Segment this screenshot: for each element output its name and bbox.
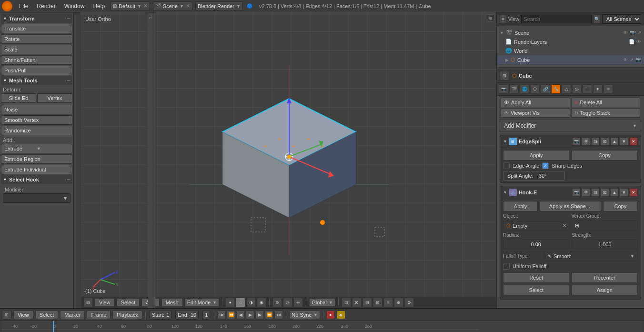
proportional-icon[interactable]: ◎ <box>283 298 292 307</box>
blender-logo[interactable] <box>2 1 12 11</box>
outliner-world[interactable]: 🌐 World <box>497 46 644 55</box>
toggle-stack-btn[interactable]: ↻ Toggle Stack <box>571 108 641 118</box>
translate-btn[interactable]: Translate <box>1 24 72 33</box>
transform-header[interactable]: ▼ Transform ··· <box>1 14 72 23</box>
current-frame[interactable]: 1 <box>202 310 210 320</box>
viewport-view-btn[interactable]: View <box>95 298 115 307</box>
recenter-btn[interactable]: Recenter <box>572 272 638 283</box>
hook-close-btn[interactable]: ✕ <box>629 188 638 197</box>
noise-btn[interactable]: Noise <box>1 105 72 114</box>
add-modifier-btn[interactable]: Add Modifier ▼ <box>500 120 641 132</box>
texture-props-icon[interactable]: ⬛ <box>583 84 592 94</box>
modifier-select[interactable]: ▼ <box>3 193 70 203</box>
tool1-icon[interactable]: ⊡ <box>342 298 351 307</box>
next-frame-btn[interactable]: ⏩ <box>265 311 273 319</box>
renderer-selector[interactable]: Blender Render ▼ <box>195 1 243 11</box>
keying-btn[interactable]: ◆ <box>337 311 345 319</box>
end-frame[interactable]: End: 10 <box>175 310 199 320</box>
sync-selector[interactable]: No Sync ▼ <box>289 311 320 319</box>
tool3-icon[interactable]: ⊞ <box>362 298 372 307</box>
viewport-vis-btn[interactable]: 👁 Viewport Vis <box>501 108 570 118</box>
data-props-icon[interactable]: △ <box>562 84 571 94</box>
vgroup-field[interactable]: ⊞ <box>572 221 638 231</box>
tool4-icon[interactable]: ⊟ <box>373 298 382 307</box>
apply-all-btn[interactable]: 👁 Apply All <box>501 98 570 107</box>
menu-window[interactable]: Window <box>60 2 89 10</box>
jump-end-btn[interactable]: ⏭ <box>274 311 283 319</box>
hook-copy-btn[interactable]: Copy <box>603 201 638 211</box>
viewport[interactable]: User Ortho <box>81 12 496 308</box>
constraints-props-icon[interactable]: 🔗 <box>541 84 550 94</box>
record-btn[interactable]: ● <box>326 311 335 319</box>
hook-up-btn[interactable]: ▲ <box>610 188 619 197</box>
pushpull-btn[interactable]: Push/Pull <box>1 66 72 75</box>
edgesplit-icon-btn1[interactable]: 📷 <box>572 137 581 146</box>
mirror-icon[interactable]: ⇔ <box>293 298 303 307</box>
view-btn[interactable]: View <box>13 311 33 319</box>
edgesplit-arrow[interactable]: ▼ <box>503 139 507 144</box>
tool5-icon[interactable]: ≡ <box>383 298 393 307</box>
modifier-props-icon[interactable]: 🔧 <box>551 84 561 94</box>
tool2-icon[interactable]: ⊠ <box>352 298 362 307</box>
viewport-mesh-btn[interactable]: Mesh <box>161 298 183 307</box>
hook-down-btn[interactable]: ▼ <box>620 188 628 197</box>
menu-help[interactable]: Help <box>89 2 109 10</box>
smooth-vertex-btn[interactable]: Smooth Vertex <box>1 115 72 125</box>
physics-props-icon[interactable]: ⚛ <box>604 84 613 94</box>
mesh-tools-header[interactable]: ▼ Mesh Tools ··· <box>1 76 72 85</box>
strength-field[interactable]: 1.000 <box>572 240 638 249</box>
world-props-icon[interactable]: 🌐 <box>520 84 529 94</box>
vertex-btn[interactable]: Vertex <box>37 93 72 103</box>
hook-apply-as-btn[interactable]: Apply as Shape ... <box>540 201 601 211</box>
viewport-header-icon[interactable]: ⊞ <box>83 298 93 307</box>
hook-icon-btn1[interactable]: 📷 <box>572 188 581 197</box>
assign-btn[interactable]: Assign <box>572 285 638 295</box>
falloff-select[interactable]: ∿ Smooth ▼ <box>544 251 638 261</box>
mode-selector[interactable]: Edit Mode ▼ <box>185 298 219 307</box>
tool6-icon[interactable]: ⊕ <box>394 298 403 307</box>
hook-apply-btn[interactable]: Apply <box>503 201 538 211</box>
menu-file[interactable]: File <box>15 2 32 10</box>
timeline-ruler[interactable]: -40 -20 0 20 40 60 80 100 120 140 160 18… <box>2 321 642 332</box>
layout-selector[interactable]: ⊞ Default ▼ ✕ <box>111 1 150 11</box>
extrude-dropdown[interactable]: Extrude ▼ <box>1 144 72 153</box>
reset-btn[interactable]: Reset <box>503 272 570 283</box>
edgesplit-icon-btn2[interactable]: 👁 <box>582 137 590 146</box>
jump-start-btn[interactable]: ⏮ <box>217 311 226 319</box>
select-hook-header[interactable]: ▼ Select Hook ··· <box>1 175 72 184</box>
render-props-icon[interactable]: 📷 <box>499 84 508 94</box>
props-header-icon[interactable]: ⊞ <box>500 71 509 80</box>
scale-btn[interactable]: Scale <box>1 45 72 54</box>
tab-tools[interactable]: T <box>148 12 155 23</box>
outliner-renderlayers[interactable]: 📄 RenderLayers 📄 👁 <box>497 37 644 46</box>
object-clear-btn[interactable]: ✕ <box>563 223 566 228</box>
wireframe-shade-icon[interactable]: ○ <box>236 298 245 307</box>
hook-icon-btn3[interactable]: ⊡ <box>591 188 600 197</box>
scene-selector[interactable]: 🎬 Scene ▼ ✕ <box>153 1 192 11</box>
extrude-region-btn[interactable]: Extrude Region <box>1 154 72 164</box>
edge-angle-checkbox[interactable] <box>503 162 510 169</box>
edgesplit-apply-btn[interactable]: Apply <box>503 150 570 161</box>
edgesplit-up-btn[interactable]: ▲ <box>610 137 619 146</box>
material-props-icon[interactable]: ◎ <box>572 84 582 94</box>
scene-props-icon[interactable]: 🎬 <box>509 84 519 94</box>
solid-shade-icon[interactable]: ● <box>225 298 235 307</box>
outliner-icon[interactable]: ≡ <box>500 14 506 24</box>
search-input[interactable] <box>521 15 592 23</box>
menu-render[interactable]: Render <box>33 2 59 10</box>
tool7-icon[interactable]: ⊗ <box>404 298 414 307</box>
radius-field[interactable]: 0.00 <box>503 240 569 249</box>
edgesplit-icon-btn3[interactable]: ⊡ <box>591 137 600 146</box>
prev-frame-btn[interactable]: ⏪ <box>227 311 235 319</box>
render-shade-icon[interactable]: ◉ <box>257 298 266 307</box>
viewport-toggle[interactable]: ⊞ <box>487 14 494 22</box>
edgesplit-close-btn[interactable]: ✕ <box>629 137 638 146</box>
particles-props-icon[interactable]: ✦ <box>593 84 603 94</box>
marker-btn[interactable]: Marker <box>60 311 85 319</box>
search-icon[interactable]: 🔍 <box>594 14 600 24</box>
extrude-individual-btn[interactable]: Extrude Individual <box>1 165 72 174</box>
material-shade-icon[interactable]: ◑ <box>246 298 256 307</box>
start-frame[interactable]: Start: 1 <box>150 310 171 320</box>
rotate-btn[interactable]: Rotate <box>1 34 72 44</box>
uniform-checkbox[interactable] <box>503 263 510 270</box>
